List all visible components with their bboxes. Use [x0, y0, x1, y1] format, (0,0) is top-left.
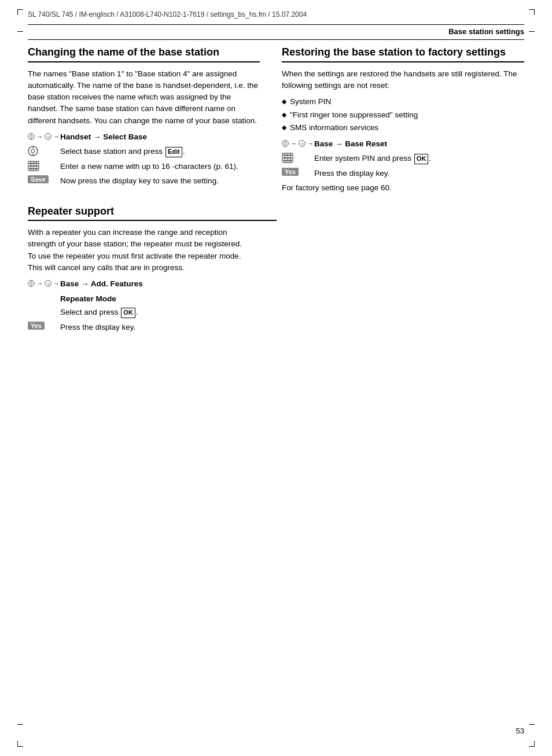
svg-point-21: [284, 142, 286, 145]
page-number: 53: [516, 727, 524, 735]
repeater-nav-row-1: → ≋ → Base → Add. Features: [28, 278, 277, 290]
left-section-title: Changing the name of the base station: [28, 46, 260, 59]
bullet-item-3: SMS information services: [282, 122, 524, 134]
repeater-nav-text-2: Select and press OK.: [60, 307, 277, 318]
scroll-wheel-icon-2: [28, 146, 38, 156]
svg-rect-12: [32, 163, 35, 164]
ok-kbd-rep: OK: [121, 308, 135, 318]
corner-bl: [17, 741, 23, 747]
svg-rect-19: [35, 168, 38, 169]
edit-kbd: Edit: [165, 147, 182, 157]
repeater-nav-row-3: Yes Press the display key.: [28, 322, 277, 333]
left-nav-row-3: Enter a new name with up to 16 -characte…: [28, 161, 260, 172]
svg-rect-28: [286, 154, 289, 156]
yes-badge-right: Yes: [282, 168, 299, 176]
tick-tr: [529, 31, 535, 32]
left-nav-text-1: Handset → Select Base: [60, 131, 260, 143]
left-nav-row-1: → ≋ → Handset → Select Base: [28, 131, 260, 143]
repeater-nav-icon-3: Yes: [28, 322, 60, 330]
repeater-nav-icon-1: → ≋ →: [28, 278, 60, 289]
corner-tl: [17, 9, 23, 15]
repeater-mode-row: Repeater Mode: [28, 293, 277, 305]
svg-rect-29: [289, 154, 292, 156]
svg-rect-13: [35, 163, 38, 164]
repeater-nav-text-3: Press the display key.: [60, 322, 277, 333]
svg-rect-31: [286, 157, 289, 159]
svg-point-37: [30, 282, 32, 285]
tick-bl: [17, 724, 23, 725]
keypad-icon: [28, 161, 39, 171]
svg-rect-27: [284, 154, 286, 156]
svg-rect-32: [289, 157, 292, 159]
left-column: Changing the name of the base station Th…: [28, 46, 276, 199]
left-nav-row-4: Save Now press the display key to save t…: [28, 175, 260, 187]
r-arrow-1: →: [290, 140, 297, 147]
right-section-divider: [282, 61, 524, 62]
signal-icon: ≋: [45, 131, 51, 142]
tick-br: [529, 724, 535, 725]
repeater-title: Repeater support: [28, 205, 277, 218]
scroll-wheel-icon: [28, 131, 35, 142]
rep-arrow-1: →: [36, 280, 43, 287]
right-nav-icon-2: [282, 153, 314, 163]
svg-rect-15: [32, 165, 35, 167]
signal-icon-r: ≋: [299, 138, 306, 149]
left-nav-text-3: Enter a new name with up to 16 -characte…: [60, 161, 260, 172]
right-nav-text-1: Base → Base Reset: [314, 138, 524, 150]
svg-text:≋: ≋: [47, 282, 50, 286]
rep-arrow-2: →: [53, 280, 60, 287]
main-content: Changing the name of the base station Th…: [0, 40, 552, 199]
signal-icon-rep: ≋: [45, 278, 51, 289]
repeater-nav-row-2: Select and press OK.: [60, 307, 277, 318]
svg-rect-14: [30, 165, 32, 167]
right-nav-text-2: Enter system PIN and press OK.: [314, 153, 524, 164]
right-nav-text-3: Press the display key.: [314, 168, 524, 179]
left-nav-icon-1: → ≋ →: [28, 131, 60, 142]
right-nav-row-2: Enter system PIN and press OK.: [282, 153, 524, 164]
save-badge: Save: [28, 175, 49, 183]
arrow-2: →: [53, 133, 60, 140]
right-nav-icon-3: Yes: [282, 168, 314, 176]
right-column: Restoring the base station to factory se…: [276, 46, 524, 199]
left-section-divider: [28, 61, 260, 62]
svg-text:≋: ≋: [301, 142, 304, 145]
section-header-label: Base station settings: [0, 25, 552, 39]
repeater-divider: [28, 220, 277, 221]
svg-rect-35: [289, 160, 292, 161]
corner-br: [529, 741, 535, 747]
scroll-wheel-icon-r: [282, 138, 289, 149]
right-nav-row-3: Yes Press the display key.: [282, 168, 524, 179]
scroll-wheel-icon-rep: [28, 278, 35, 289]
tick-tl: [17, 31, 23, 32]
r-arrow-2: →: [307, 140, 314, 147]
svg-point-1: [30, 135, 32, 138]
right-nav-icon-1: → ≋ →: [282, 138, 314, 149]
right-section-body: When the settings are restored the hands…: [282, 68, 524, 92]
page-header: SL 740/SL 745 / IM-englisch / A31008-L74…: [0, 0, 552, 24]
svg-rect-30: [284, 157, 286, 159]
arrow-1: →: [36, 133, 43, 140]
bullet-item-1: System PIN: [282, 96, 524, 108]
left-nav-text-4: Now press the display key to save the se…: [60, 175, 260, 187]
repeater-mode-label: Repeater Mode: [60, 293, 277, 305]
left-section-body: The names "Base station 1" to "Base stat…: [28, 68, 260, 127]
header-filename: SL 740/SL 745 / IM-englisch / A31008-L74…: [28, 10, 307, 19]
right-footer: For factory setting see page 60.: [282, 182, 524, 194]
left-nav-icon-2: [28, 146, 60, 156]
svg-rect-33: [284, 160, 286, 161]
left-nav-icon-4: Save: [28, 175, 60, 183]
ok-kbd: OK: [414, 154, 429, 164]
repeater-nav-text-1: Base → Add. Features: [60, 278, 277, 290]
left-nav-icon-3: [28, 161, 60, 171]
svg-rect-34: [286, 160, 289, 161]
left-nav-text-2: Select base station and press Edit.: [60, 146, 260, 157]
corner-tr: [529, 9, 535, 15]
yes-badge-rep: Yes: [28, 322, 45, 330]
svg-rect-18: [32, 168, 35, 169]
repeater-body: With a repeater you can increase the ran…: [28, 227, 248, 274]
svg-rect-11: [30, 163, 32, 164]
svg-point-7: [31, 149, 35, 153]
svg-text:≋: ≋: [47, 135, 50, 138]
left-nav-row-2: Select base station and press Edit.: [28, 146, 260, 157]
bullet-item-2: "First ringer tone suppressed" setting: [282, 109, 524, 121]
